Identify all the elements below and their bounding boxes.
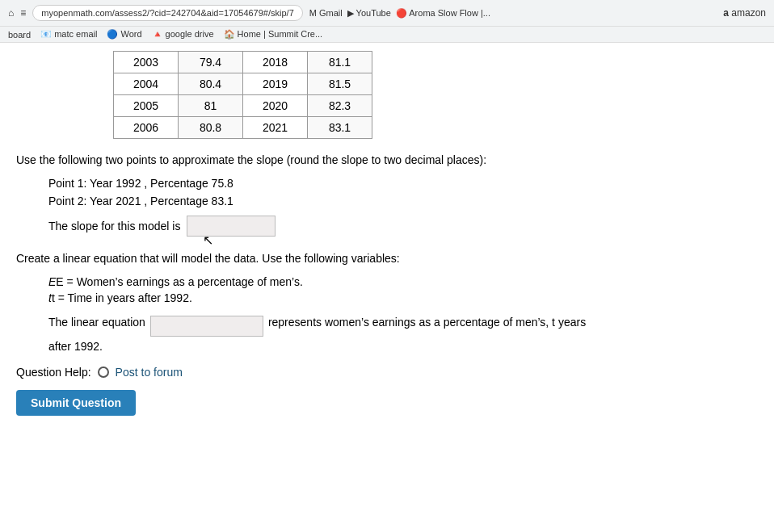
year-cell: 2021 <box>243 117 308 139</box>
year-cell: 2018 <box>243 52 308 73</box>
submit-button[interactable]: Submit Question <box>16 390 136 416</box>
question-help-row: Question Help: Post to forum <box>16 366 758 379</box>
linear-eq-input[interactable] <box>150 316 263 337</box>
linear-eq-row: The linear equation represents women’s e… <box>48 316 758 337</box>
val-cell: 79.4 <box>179 52 243 73</box>
home-icon[interactable]: ⌂ <box>8 7 14 19</box>
table-row: 2006 80.8 2021 83.1 <box>114 117 372 139</box>
val-cell: 80.4 <box>179 73 243 95</box>
year-cell: 2004 <box>114 73 179 95</box>
linear-eq-suffix: represents women’s earnings as a percent… <box>268 316 586 329</box>
val-cell: 82.3 <box>308 95 372 117</box>
browser-tabs: M Gmail ▶ YouTube 🔴 Aroma Slow Flow |... <box>309 8 490 19</box>
year-cell: 2020 <box>243 95 308 117</box>
url-bar[interactable]: myopenmath.com/assess2/?cid=242704&aid=1… <box>32 5 303 21</box>
point2-text: Point 2: Year 2021 , Percentage 83.1 <box>48 195 758 207</box>
slope-input-area: ↖ <box>187 216 276 237</box>
bookmark-matc-email[interactable]: 📧 matc email <box>40 29 97 40</box>
val-cell: 81.5 <box>308 73 372 95</box>
val-cell: 83.1 <box>308 117 372 139</box>
slope-label: The slope for this model is <box>48 220 180 232</box>
bookmark-summit[interactable]: 🏠 Home | Summit Cre... <box>224 29 323 40</box>
tab-aroma[interactable]: 🔴 Aroma Slow Flow |... <box>396 8 490 19</box>
tab-amazon[interactable]: a amazon <box>723 7 766 19</box>
bookmark-board[interactable]: board <box>8 30 31 40</box>
variable-t-def: tt = Time in years after 1992. <box>48 291 758 304</box>
bookmark-word[interactable]: 🔵 Word <box>107 29 141 40</box>
bookmarks-bar: board 📧 matc email 🔵 Word 🔺 google drive… <box>0 27 774 43</box>
menu-icon[interactable]: ≡ <box>20 7 26 19</box>
after-1992-text: after 1992. <box>48 340 758 353</box>
data-table: 2003 79.4 2018 81.1 2004 80.4 2019 81.5 … <box>113 51 372 139</box>
year-cell: 2005 <box>114 95 179 117</box>
instruction-text: Use the following two points to approxim… <box>16 152 758 169</box>
year-cell: 2019 <box>243 73 308 95</box>
tab-gmail[interactable]: M Gmail <box>309 8 343 18</box>
slope-row: The slope for this model is ↖ <box>48 216 758 237</box>
create-heading-text: Create a linear equation that will model… <box>16 249 444 267</box>
post-forum-icon <box>98 367 109 378</box>
table-row: 2003 79.4 2018 81.1 <box>114 52 372 73</box>
browser-bar: ⌂ ≡ myopenmath.com/assess2/?cid=242704&a… <box>0 0 774 27</box>
linear-eq-prefix: The linear equation <box>48 316 145 329</box>
year-cell: 2006 <box>114 117 179 139</box>
bookmark-google-drive[interactable]: 🔺 google drive <box>152 29 214 40</box>
variable-E-def: EE = Women’s earnings as a percentage of… <box>48 275 758 288</box>
post-to-forum-link[interactable]: Post to forum <box>116 366 183 379</box>
slope-input[interactable] <box>187 216 276 237</box>
point1-text: Point 1: Year 1992 , Percentage 75.8 <box>48 177 758 190</box>
cursor-arrow-icon: ↖ <box>203 232 213 248</box>
year-cell: 2003 <box>114 52 179 73</box>
question-help-label: Question Help: <box>16 366 91 379</box>
table-row: 2004 80.4 2019 81.5 <box>114 73 372 95</box>
main-content: 2003 79.4 2018 81.1 2004 80.4 2019 81.5 … <box>0 43 774 432</box>
val-cell: 80.8 <box>179 117 243 139</box>
tab-youtube[interactable]: ▶ YouTube <box>347 8 391 19</box>
val-cell: 81.1 <box>308 52 372 73</box>
val-cell: 81 <box>179 95 243 117</box>
table-row: 2005 81 2020 82.3 <box>114 95 372 117</box>
